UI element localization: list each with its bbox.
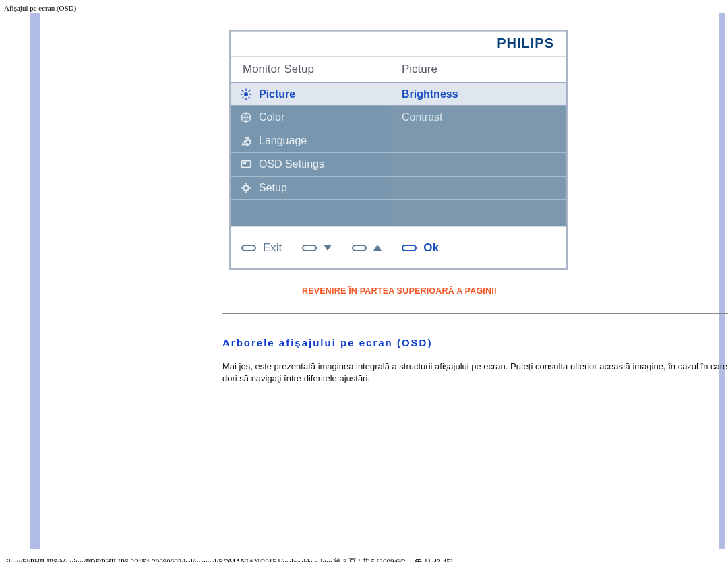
globe-icon: [240, 111, 252, 123]
osd-up-button[interactable]: [352, 245, 382, 251]
osd-right-item-label: Brightness: [402, 88, 458, 100]
osd-left-item-language[interactable]: ゐ Language: [231, 129, 390, 153]
return-to-top-link[interactable]: REVENIRE ÎN PARTEA SUPERIOARĂ A PAGINII: [302, 286, 497, 296]
osd-right-item-label: Contrast: [402, 111, 442, 123]
svg-line-8: [242, 96, 243, 98]
osd-header: PHILIPS: [231, 31, 566, 57]
svg-line-20: [243, 191, 244, 192]
pill-icon: [241, 245, 256, 251]
svg-line-18: [249, 191, 250, 192]
osd-right-item-empty: [390, 153, 566, 177]
language-icon: ゐ: [240, 135, 252, 147]
pill-icon: [402, 245, 417, 251]
osd-ok-button[interactable]: Ok: [402, 241, 439, 255]
divider: [222, 313, 728, 314]
osd-left-item-label: Language: [259, 135, 307, 147]
pill-icon: [352, 245, 367, 251]
osd-left-title: Monitor Setup: [231, 57, 390, 82]
pill-icon: [302, 245, 317, 251]
osd-left-item-color[interactable]: Color: [231, 106, 390, 129]
osd-columns: Monitor Setup Picture Color: [231, 57, 566, 226]
sun-icon: [240, 88, 252, 100]
osd-left-item-picture[interactable]: Picture: [231, 82, 390, 106]
gear-icon: [240, 182, 252, 194]
osd-right-list: Brightness Contrast: [390, 82, 566, 226]
svg-line-17: [243, 185, 244, 186]
osd-right-item-brightness[interactable]: Brightness: [390, 82, 566, 106]
osd-left-item-label: Picture: [259, 88, 295, 100]
svg-rect-11: [243, 162, 246, 164]
svg-line-6: [249, 96, 250, 98]
osd-exit-button[interactable]: Exit: [241, 241, 282, 255]
philips-logo: PHILIPS: [497, 36, 554, 51]
osd-exit-label: Exit: [263, 241, 282, 255]
osd-right-title: Picture: [390, 57, 566, 82]
chevron-down-icon: [324, 245, 332, 251]
osd-footer: Exit Ok: [231, 226, 566, 268]
osd-ok-label: Ok: [423, 241, 439, 255]
svg-point-12: [243, 185, 249, 191]
osd-left-item-label: Color: [259, 111, 284, 123]
page-top-label: Afişajul pe ecran (OSD): [4, 4, 76, 12]
osd-left-column: Monitor Setup Picture Color: [231, 57, 390, 226]
page: Afişajul pe ecran (OSD) PHILIPS Monitor …: [0, 0, 728, 562]
section-title: Arborele afişajului pe ecran (OSD): [222, 337, 432, 348]
svg-line-5: [242, 90, 243, 92]
osd-down-button[interactable]: [302, 245, 332, 251]
osd-right-item-empty: [390, 129, 566, 153]
chevron-up-icon: [373, 245, 382, 251]
osd-left-item-setup[interactable]: Setup: [231, 177, 390, 200]
svg-line-7: [249, 90, 250, 92]
osd-left-item-osd-settings[interactable]: OSD Settings: [231, 153, 390, 177]
decorative-right-strip: [719, 13, 725, 549]
osd-panel: PHILIPS Monitor Setup Picture: [229, 30, 568, 270]
decorative-left-strip: [30, 13, 40, 549]
osd-icon: [240, 158, 252, 170]
svg-point-0: [244, 92, 248, 96]
footer-line: file:///E|/PHILIPS/Monitor/PDF/PHILIPS 2…: [4, 557, 452, 562]
osd-right-item-empty: [390, 177, 566, 200]
osd-right-item-contrast[interactable]: Contrast: [390, 106, 566, 129]
osd-right-column: Picture Brightness Contrast: [390, 57, 566, 226]
body-text: Mai jos, este prezentată imaginea integr…: [222, 361, 728, 385]
osd-left-item-label: Setup: [259, 182, 287, 194]
osd-left-item-label: OSD Settings: [259, 158, 324, 170]
osd-left-list: Picture Color ゐ Language: [231, 82, 390, 226]
svg-line-19: [249, 185, 250, 186]
